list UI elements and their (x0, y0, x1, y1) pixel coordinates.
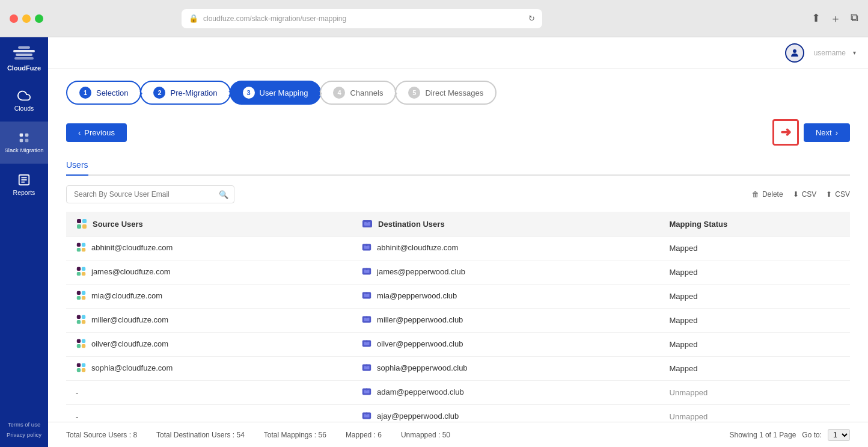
sidebar-item-slack-migration[interactable]: Slack Migration (0, 122, 48, 164)
step-pre-migration-button[interactable]: 2 Pre-Migration (140, 81, 230, 105)
slack-icon (17, 131, 31, 144)
destination-user-cell: oilver@pepperwood.club (352, 333, 659, 357)
content-area: ‹ Previous ➜ Next › Users (48, 114, 868, 422)
status-bar: Total Source Users : 8 Total Destination… (48, 422, 868, 447)
sidebar-label-clouds: Clouds (14, 105, 34, 112)
sidebar: CloudFuze Clouds Slack Migration (0, 37, 48, 447)
close-button[interactable] (10, 14, 18, 23)
slack-row-icon (76, 338, 87, 349)
step-user-mapping-button[interactable]: 3 User Mapping (230, 81, 322, 105)
action-buttons: 🗑 Delete ⬇ CSV ⬆ CSV (752, 190, 850, 199)
sidebar-item-clouds[interactable]: Clouds (0, 79, 48, 122)
step-5-label: Direct Messages (425, 88, 483, 97)
step-arrow-1: › (139, 87, 142, 99)
svg-rect-41 (77, 315, 81, 319)
tab-users[interactable]: Users (66, 155, 88, 176)
table-container: Source Users Dest (66, 212, 850, 422)
table-row: - ajay@pepperwood.club Unmapped (66, 405, 850, 422)
top-bar: username ▾ (48, 37, 868, 69)
col-source-users: Source Users (66, 212, 352, 236)
nav-buttons: ‹ Previous ➜ Next › (66, 114, 850, 146)
browser-actions: ⬆ ＋ ⧉ (811, 11, 858, 26)
url-text: cloudfuze.com/slack-migration/user-mappi… (203, 14, 346, 23)
browser-chrome: 🔒 cloudfuze.com/slack-migration/user-map… (0, 0, 868, 37)
csv-upload-button[interactable]: ⬆ CSV (826, 190, 850, 199)
svg-rect-20 (77, 243, 81, 247)
mapping-status-cell: Unmapped (660, 405, 850, 422)
csv-download-label: CSV (802, 190, 817, 199)
svg-point-54 (365, 341, 368, 343)
step-4-num: 4 (333, 87, 345, 99)
table-row: abhinit@cloudfuze.com abhinit@cloudfuze.… (66, 236, 850, 260)
total-mappings: Total Mappings : 56 (264, 431, 326, 439)
svg-rect-5 (25, 133, 29, 137)
arrow-box-indicator: ➜ (772, 119, 799, 146)
sidebar-item-reports[interactable]: Reports (0, 164, 48, 206)
svg-rect-14 (82, 219, 87, 223)
maximize-button[interactable] (35, 14, 43, 23)
step-pre-migration: 2 Pre-Migration (140, 81, 230, 105)
csv-download-button[interactable]: ⬇ CSV (793, 190, 817, 199)
user-name: username (814, 49, 846, 57)
user-menu[interactable]: username ▾ (785, 43, 856, 63)
previous-button[interactable]: ‹ Previous (66, 123, 127, 142)
search-box: 🔍 (66, 185, 234, 203)
status-bar-right: Showing 1 of 1 Page Go to: 1 (730, 429, 850, 441)
next-label: Next (816, 128, 832, 137)
slack-header-icon (76, 218, 88, 230)
svg-rect-42 (82, 315, 85, 319)
search-input[interactable] (66, 185, 234, 203)
svg-rect-6 (20, 139, 23, 143)
step-channels: 4 Channels (320, 81, 396, 105)
search-actions: 🔍 🗑 Delete ⬇ CSV ⬆ CSV (66, 185, 850, 203)
delete-icon: 🗑 (752, 190, 759, 199)
svg-rect-28 (82, 267, 85, 271)
search-icon: 🔍 (219, 190, 228, 199)
next-arrow-indicator: ➜ Next › (772, 119, 850, 146)
svg-rect-34 (77, 291, 81, 295)
table-row: mia@cloudfuze.com mia@pepperwood.club Ma… (66, 285, 850, 309)
app-container: CloudFuze Clouds Slack Migration (0, 37, 868, 447)
svg-rect-22 (77, 248, 81, 251)
svg-rect-29 (77, 272, 81, 276)
refresh-icon[interactable]: ↻ (528, 14, 535, 23)
source-user-cell: oilver@cloudfuze.com (66, 333, 352, 357)
source-user-cell: sophia@cloudfuze.com (66, 357, 352, 381)
step-direct-messages-button[interactable]: 5 Direct Messages (395, 81, 497, 105)
slack-row-icon (76, 314, 87, 325)
step-1-label: Selection (96, 88, 128, 97)
total-source-users: Total Source Users : 8 (66, 431, 137, 439)
teams-row-icon (361, 386, 372, 397)
minimize-button[interactable] (22, 14, 31, 23)
mapping-status-cell: Mapped (660, 333, 850, 357)
terms-link[interactable]: Terms of use (7, 419, 41, 430)
step-arrow-2: › (228, 87, 232, 99)
share-icon[interactable]: ⬆ (811, 11, 821, 26)
next-button[interactable]: Next › (804, 123, 850, 142)
svg-rect-57 (77, 368, 81, 372)
step-arrow-3: › (319, 87, 322, 99)
sidebar-label-slack: Slack Migration (5, 147, 44, 154)
svg-rect-35 (82, 291, 85, 295)
destination-user-cell: abhinit@cloudfuze.com (352, 236, 659, 260)
total-destination-users: Total Destination Users : 54 (156, 431, 245, 439)
svg-rect-21 (82, 243, 85, 247)
svg-rect-4 (20, 133, 23, 137)
tabs-icon[interactable]: ⧉ (851, 11, 858, 26)
step-selection-button[interactable]: 1 Selection (66, 81, 141, 105)
step-selection: 1 Selection (66, 81, 141, 105)
step-channels-button[interactable]: 4 Channels (320, 81, 396, 105)
address-bar[interactable]: 🔒 cloudfuze.com/slack-migration/user-map… (182, 9, 542, 28)
new-tab-icon[interactable]: ＋ (830, 11, 841, 26)
svg-point-40 (365, 292, 368, 295)
svg-point-64 (365, 389, 368, 391)
delete-button[interactable]: 🗑 Delete (752, 190, 783, 199)
goto-select[interactable]: 1 (828, 429, 850, 441)
destination-user-cell: miller@pepperwood.club (352, 309, 659, 333)
source-user-cell: - (66, 381, 352, 405)
svg-point-26 (365, 244, 368, 247)
svg-point-12 (793, 49, 796, 53)
step-1-num: 1 (79, 87, 91, 99)
privacy-link[interactable]: Privacy policy (7, 430, 41, 440)
svg-point-19 (366, 220, 368, 223)
